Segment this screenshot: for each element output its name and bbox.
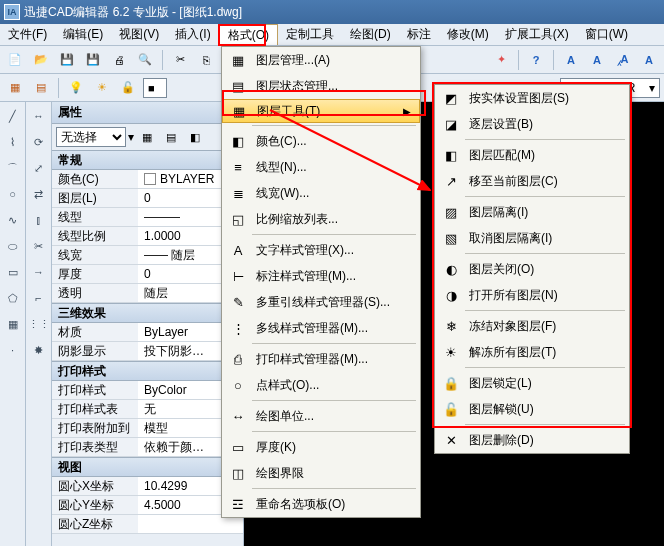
menu-item[interactable]: ▧取消图层隔离(I) [435, 225, 629, 251]
circle-icon[interactable]: ○ [3, 184, 23, 204]
offset-icon[interactable]: ⫿ [29, 210, 49, 230]
menu-item[interactable]: 格式(O) [219, 24, 278, 45]
menu-item[interactable]: ☀解冻所有图层(T) [435, 339, 629, 365]
prop-row[interactable]: 圆心Y坐标4.5000 [52, 496, 243, 515]
prop-row[interactable]: 图层(L)0 [52, 189, 243, 208]
menu-item[interactable]: ↗移至当前图层(C) [435, 168, 629, 194]
explode-icon[interactable]: ✸ [29, 340, 49, 360]
preview-icon[interactable]: 🔍 [134, 49, 156, 71]
prop-row[interactable]: 线型——— [52, 208, 243, 227]
hatch-icon[interactable]: ▦ [3, 314, 23, 334]
help-icon[interactable]: ? [525, 49, 547, 71]
fillet-icon[interactable]: ⌐ [29, 288, 49, 308]
extend-icon[interactable]: → [29, 262, 49, 282]
text-a-icon[interactable]: A [560, 49, 582, 71]
menu-item[interactable]: ◧颜色(C)... [222, 128, 420, 154]
move-icon[interactable]: ↔ [29, 106, 49, 126]
new-icon[interactable]: 📄 [4, 49, 26, 71]
menu-item[interactable]: ◑打开所有图层(N) [435, 282, 629, 308]
polyline-icon[interactable]: ⌇ [3, 132, 23, 152]
menu-item[interactable]: 修改(M) [439, 24, 497, 45]
trim-icon[interactable]: ✂ [29, 236, 49, 256]
text-a3-icon[interactable]: ⁁A [612, 49, 634, 71]
menu-item[interactable]: 窗口(W) [577, 24, 636, 45]
prop-btn2-icon[interactable]: ▤ [160, 126, 182, 148]
prop-row[interactable]: 圆心Z坐标 [52, 515, 243, 534]
prop-row[interactable]: 颜色(C)BYLAYER [52, 170, 243, 189]
prop-row[interactable]: 打印样式ByColor [52, 381, 243, 400]
rect-icon[interactable]: ▭ [3, 262, 23, 282]
menu-item[interactable]: ▤图层状态管理... [222, 73, 420, 99]
menu-item[interactable]: ▭厚度(K) [222, 434, 420, 460]
prop-row[interactable]: 材质ByLayer [52, 323, 243, 342]
lock-icon[interactable]: 🔓 [117, 77, 139, 99]
menu-item[interactable]: ✎多重引线样式管理器(S)... [222, 289, 420, 315]
menu-item[interactable]: ◱比例缩放列表... [222, 206, 420, 232]
menu-item[interactable]: ≣线宽(W)... [222, 180, 420, 206]
menu-item[interactable]: ✕图层删除(D) [435, 427, 629, 453]
menu-item[interactable]: ◪逐层设置(B) [435, 111, 629, 137]
menu-item[interactable]: ⎙打印样式管理器(M)... [222, 346, 420, 372]
ellipse-icon[interactable]: ⬭ [3, 236, 23, 256]
menu-item[interactable]: 插入(I) [167, 24, 218, 45]
point-icon[interactable]: · [3, 340, 23, 360]
combo-arrow-icon[interactable]: ▾ [128, 130, 134, 144]
text-a2-icon[interactable]: A [586, 49, 608, 71]
prop-category[interactable]: 三维效果 [52, 303, 243, 323]
prop-category[interactable]: 视图 [52, 457, 243, 477]
array-icon[interactable]: ⋮⋮ [29, 314, 49, 334]
menu-item[interactable]: 编辑(E) [55, 24, 111, 45]
menu-item[interactable]: ≡线型(N)... [222, 154, 420, 180]
menu-item[interactable]: ⋮多线样式管理器(M)... [222, 315, 420, 341]
menu-item[interactable]: ▦图层管理...(A) [222, 47, 420, 73]
selection-combo[interactable]: 无选择 [56, 127, 126, 147]
layer-mgr-icon[interactable]: ▦ [4, 77, 26, 99]
menu-item[interactable]: ▦图层工具(T)▶ [222, 99, 420, 123]
prop-row[interactable]: 线型比例1.0000 [52, 227, 243, 246]
layer-state-icon[interactable]: ▤ [30, 77, 52, 99]
menu-item[interactable]: A文字样式管理(X)... [222, 237, 420, 263]
copy-icon[interactable]: ⎘ [195, 49, 217, 71]
menu-item[interactable]: 文件(F) [0, 24, 55, 45]
prop-row[interactable]: 打印表类型依赖于颜… [52, 438, 243, 457]
scale-icon[interactable]: ⤢ [29, 158, 49, 178]
refresh-icon[interactable]: ✦ [490, 49, 512, 71]
layer-combo[interactable]: ■ [143, 78, 167, 98]
prop-row[interactable]: 透明随层 [52, 284, 243, 303]
arc-icon[interactable]: ⌒ [3, 158, 23, 178]
prop-category[interactable]: 打印样式 [52, 361, 243, 381]
poly-icon[interactable]: ⬠ [3, 288, 23, 308]
prop-btn1-icon[interactable]: ▦ [136, 126, 158, 148]
prop-category[interactable]: 常规 [52, 150, 243, 170]
text-a4-icon[interactable]: A [638, 49, 660, 71]
menu-item[interactable]: 视图(V) [111, 24, 167, 45]
menu-item[interactable]: ◐图层关闭(O) [435, 256, 629, 282]
prop-btn3-icon[interactable]: ◧ [184, 126, 206, 148]
prop-row[interactable]: 线宽—— 随层 [52, 246, 243, 265]
spline-icon[interactable]: ∿ [3, 210, 23, 230]
prop-row[interactable]: 打印表附加到模型 [52, 419, 243, 438]
menu-item[interactable]: ↔绘图单位... [222, 403, 420, 429]
bulb-icon[interactable]: 💡 [65, 77, 87, 99]
prop-row[interactable]: 厚度0 [52, 265, 243, 284]
mirror-icon[interactable]: ⇄ [29, 184, 49, 204]
menu-item[interactable]: ◩按实体设置图层(S) [435, 85, 629, 111]
menu-item[interactable]: ◫绘图界限 [222, 460, 420, 486]
menu-item[interactable]: ❄冻结对象图层(F) [435, 313, 629, 339]
menu-item[interactable]: ▨图层隔离(I) [435, 199, 629, 225]
menu-item[interactable]: ⊢标注样式管理(M)... [222, 263, 420, 289]
menu-item[interactable]: 定制工具 [278, 24, 342, 45]
line-icon[interactable]: ╱ [3, 106, 23, 126]
menu-item[interactable]: 🔓图层解锁(U) [435, 396, 629, 422]
print-icon[interactable]: 🖨 [108, 49, 130, 71]
menu-item[interactable]: ○点样式(O)... [222, 372, 420, 398]
menu-item[interactable]: ◧图层匹配(M) [435, 142, 629, 168]
menu-item[interactable]: ☲重命名选项板(O) [222, 491, 420, 517]
rotate-icon[interactable]: ⟳ [29, 132, 49, 152]
save-icon[interactable]: 💾 [56, 49, 78, 71]
prop-row[interactable]: 阴影显示投下阴影… [52, 342, 243, 361]
cut-icon[interactable]: ✂ [169, 49, 191, 71]
menu-item[interactable]: 🔒图层锁定(L) [435, 370, 629, 396]
menu-item[interactable]: 扩展工具(X) [497, 24, 577, 45]
open-icon[interactable]: 📂 [30, 49, 52, 71]
